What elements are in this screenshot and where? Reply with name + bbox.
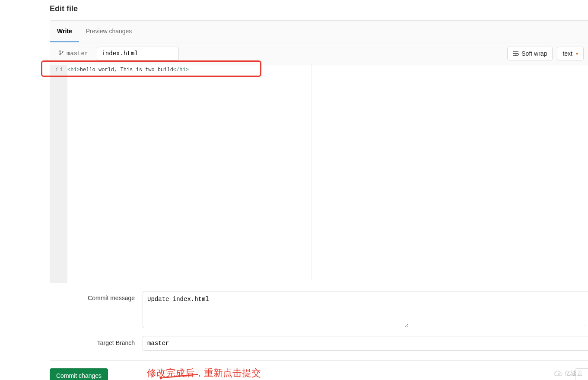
svg-point-2 (62, 51, 63, 52)
svg-point-1 (60, 54, 60, 55)
text-cursor (189, 67, 189, 73)
gutter-line-1: i1 (50, 66, 67, 73)
syntax-select[interactable]: text ▾ (557, 47, 584, 60)
code-editor[interactable]: i1 <h1>hello world, This is two build</h… (50, 65, 588, 283)
tab-write[interactable]: Write (50, 21, 79, 42)
watermark-text: 亿速云 (565, 370, 583, 377)
commit-message-input[interactable]: Update index.html (143, 291, 408, 328)
info-icon: i (55, 67, 58, 73)
svg-point-0 (60, 51, 60, 51)
editor-toolbar: master Soft wrap text ▾ (50, 42, 588, 65)
branch-icon (59, 50, 64, 57)
chevron-down-icon: ▾ (576, 51, 578, 56)
target-branch-input[interactable] (143, 336, 588, 351)
soft-wrap-icon (513, 51, 519, 56)
branch-name: master (67, 50, 88, 57)
target-branch-row: Target Branch (50, 336, 588, 351)
line-gutter: i1 (50, 65, 67, 283)
syntax-label: text (563, 50, 572, 57)
tab-bar: Write Preview changes (50, 21, 588, 42)
commit-message-row: Commit message Update index.html ⋰ (50, 291, 588, 328)
edit-panel: Write Preview changes master Soft wrap (50, 20, 588, 283)
svg-point-5 (558, 374, 560, 375)
footer-actions: Commit changes 修改完成后，重新点击提交 (50, 360, 588, 380)
tab-preview-changes[interactable]: Preview changes (79, 21, 139, 42)
soft-wrap-button[interactable]: Soft wrap (507, 47, 553, 60)
filename-input[interactable] (97, 47, 179, 60)
code-body[interactable]: <h1>hello world, This is two build</h1> (67, 65, 588, 283)
commit-changes-button[interactable]: Commit changes (50, 368, 108, 380)
code-line-1: <h1>hello world, This is two build</h1> (67, 66, 588, 73)
resize-grip-icon[interactable]: ⋰ (583, 324, 587, 327)
page-title: Edit file (0, 0, 588, 20)
branch-label: master (54, 48, 92, 59)
target-branch-label: Target Branch (50, 336, 143, 346)
commit-message-extra-area[interactable]: ⋰ (408, 291, 588, 328)
annotation-text: 修改完成后，重新点击提交 (147, 367, 261, 380)
commit-message-label: Commit message (50, 291, 143, 301)
watermark: 亿速云 (553, 370, 583, 377)
soft-wrap-label: Soft wrap (521, 50, 547, 57)
cloud-icon (553, 370, 563, 377)
